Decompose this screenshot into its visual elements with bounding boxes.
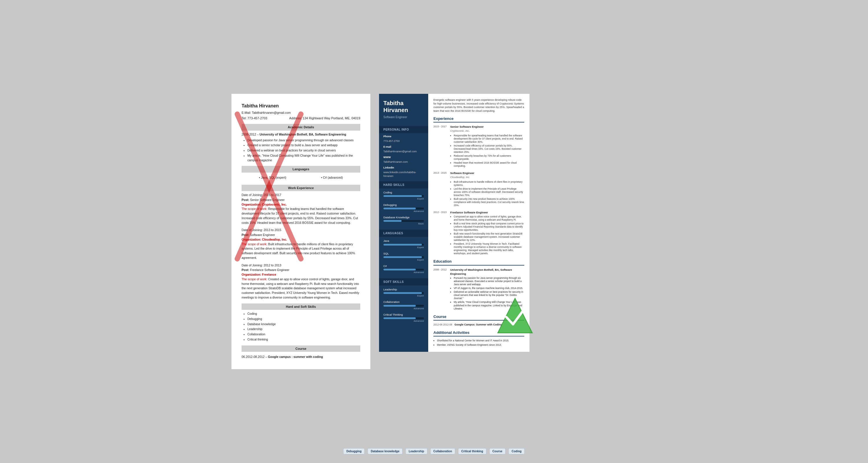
edu-entry-1: 2008 - 2012 University of Washington Bot… [433, 268, 524, 311]
badge-critical-thinking: Critical thinking [458, 448, 486, 454]
skill-item: Collaboration [247, 332, 360, 337]
skill-leadership: Leadership Expert [379, 287, 428, 299]
academic-bullet: Delivered a webinar on best practices fo… [247, 148, 360, 153]
work-entry-2: Date of Joining: 2013 to 2015 Post: Soft… [242, 228, 360, 260]
sidebar-title: Software Engineer [383, 115, 424, 119]
skill-collaboration: Collaboration Advanced [379, 299, 428, 312]
www-value: TabithaHirvanen.com [379, 160, 428, 165]
academic-bullets: Developed passion for Java server progra… [247, 138, 360, 163]
work-entry-3: Date of Joining: 2012 to 2013 Post: Free… [242, 263, 360, 300]
resume-sidebar: TabithaHirvanen Software Engineer Person… [379, 94, 428, 352]
email-value: TabithaHirvanen@gmail.com [379, 149, 428, 154]
hard-skills-title: Hard Skills [379, 181, 428, 189]
skill-item: Critical thinking [247, 337, 360, 342]
exp-entry-1: 2015 - 2017 Senior Software Engineer Cry… [433, 125, 524, 168]
course-entry-1: 2012-06 2012-08 Google Campus: Summer wi… [433, 323, 524, 327]
skill-item: Leadership [247, 327, 360, 331]
skill-coding: Coding Expert [379, 190, 428, 202]
academic-section-title: Academic Details [242, 124, 360, 131]
page-container: Tabitha Hirvanen E-Mail: TabithaHirvanen… [231, 94, 637, 369]
left-tel: Tel: 773-457-2703 [242, 116, 267, 121]
skill-database: Database Knowledge Basic [379, 215, 428, 227]
exp-entry-2: 2013 - 2015 Software Engineer Cloudwallo… [433, 171, 524, 208]
linkedin-label: LinkedIn [379, 166, 428, 170]
exp-entry-3: 2012 - 2013 Freelance Software Engineer … [433, 210, 524, 256]
skill-csharp: C# Advanced [379, 263, 428, 276]
email-label: E-mail [379, 145, 428, 149]
skill-critical-thinking: Critical Thinking Advanced [379, 312, 428, 325]
academic-bullet: My article, "How Cloud Computing Will Ch… [247, 153, 360, 163]
main-content: Energetic software engineer with 5 years… [428, 94, 529, 352]
left-email: E-Mail: TabithaHirvanen@gmail.com [242, 111, 360, 115]
additional-bullets: Shortlisted for a National Center for Wo… [437, 339, 524, 347]
sidebar-name: TabithaHirvanen [383, 99, 424, 114]
badge-course: Course [489, 448, 505, 454]
language-java: • Java, SQL (expert) [259, 175, 286, 180]
skill-sql: SQL Expert [379, 251, 428, 263]
badge-coding: Coding [508, 448, 525, 454]
skill-item: Debugging [247, 317, 360, 321]
languages-row: • Java, SQL (expert) • C# (advanced) [242, 174, 360, 181]
badge-collaboration: Collaboration [430, 448, 455, 454]
left-name: Tabitha Hirvanen [242, 103, 360, 110]
additional-title: Additional Activities [433, 330, 524, 337]
skill-java: Java Expert [379, 238, 428, 251]
skills-list: Coding Debugging Database knowledge Lead… [247, 312, 360, 342]
work-section-title: Work Experience [242, 185, 360, 192]
www-label: WWW [379, 155, 428, 160]
academic-bullet: Developed passion for Java server progra… [247, 138, 360, 143]
personal-info-title: Personal Info [379, 126, 428, 133]
badge-database: Database knowledge [368, 448, 403, 454]
course-content: 06.2012-08.2012 – Google campus : summer… [242, 353, 360, 360]
phone-label: Phone [379, 135, 428, 139]
right-resume: TabithaHirvanen Software Engineer Person… [379, 94, 529, 352]
sidebar-name-block: TabithaHirvanen Software Engineer [379, 94, 428, 124]
languages-title: Languages [379, 230, 428, 237]
academic-content: 2008-2012 – University of Washington Bot… [242, 132, 360, 163]
skill-item: Database knowledge [247, 322, 360, 327]
experience-title: Experience [433, 116, 524, 123]
academic-bullet: Created a senior scholar project to buil… [247, 143, 360, 148]
language-csharp: • C# (advanced) [321, 175, 343, 180]
course-section-title: Course [242, 345, 360, 352]
education-title: Education [433, 259, 524, 265]
languages-section-title: Languages [242, 166, 360, 173]
skills-section-title: Hard and Soft Skills [242, 303, 360, 310]
phone-value: 773-457-2703 [379, 139, 428, 144]
badge-debugging: Debugging [343, 448, 365, 454]
skill-item: Coding [247, 312, 360, 316]
course-title: Course [433, 314, 524, 321]
summary-text: Energetic software engineer with 5 years… [433, 98, 524, 113]
left-contact-row: Tel: 773-457-2703 Address: 134 Rightward… [242, 116, 360, 121]
left-resume: Tabitha Hirvanen E-Mail: TabithaHirvanen… [231, 94, 370, 369]
work-entry-1: Date of Joining: 2015 to 2017 Post: Seni… [242, 193, 360, 225]
left-address: Address: 134 Rightward Way Portland, ME,… [289, 116, 360, 121]
skill-debugging: Debugging Advanced [379, 202, 428, 215]
linkedin-value: www.linkedin.com/in/tabitha-hirvanen [379, 170, 428, 179]
badge-leadership: Leadership [405, 448, 427, 454]
soft-skills-title: Soft Skills [379, 278, 428, 286]
skills-badges-container: Debugging Database knowledge Leadership … [343, 448, 525, 454]
